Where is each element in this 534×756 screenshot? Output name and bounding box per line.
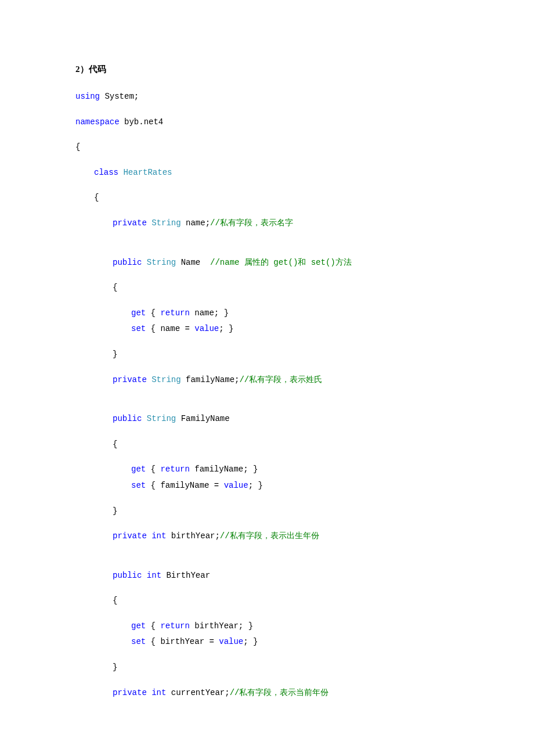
code-token: { xyxy=(94,193,99,202)
code-token: { xyxy=(113,440,117,449)
code-token xyxy=(147,218,151,228)
code-token: name; xyxy=(181,218,210,228)
code-token: //私有字段，表示名字 xyxy=(210,218,293,228)
code-line: } xyxy=(75,506,459,517)
code-line: public String FamilyName xyxy=(75,413,459,425)
code-token: } xyxy=(113,350,117,359)
code-line: private int currentYear;//私有字段，表示当前年份 xyxy=(75,687,459,699)
code-token: public xyxy=(113,414,142,423)
code-token: } xyxy=(113,506,117,516)
code-token: { xyxy=(113,283,117,292)
code-line: private int birthYear;//私有字段，表示出生年份 xyxy=(75,531,459,542)
section-heading: 2）代码 xyxy=(75,64,459,75)
code-token: //私有字段，表示姓氏 xyxy=(239,375,322,384)
code-line: namespace byb.net4 xyxy=(75,117,459,128)
code-line: public String Name //name 属性的 get()和 set… xyxy=(75,257,459,269)
code-line: set { name = value; } xyxy=(75,323,459,335)
code-token: public xyxy=(113,571,142,580)
code-line: public int BirthYear xyxy=(75,570,459,582)
code-token: { xyxy=(146,308,160,318)
code-token: //name 属性的 get()和 set()方法 xyxy=(210,258,352,267)
code-line: get { return familyName; } xyxy=(75,464,459,476)
code-token: value xyxy=(219,637,243,646)
code-token: familyName; } xyxy=(190,465,258,474)
code-token: int xyxy=(151,531,166,541)
code-token: ; } xyxy=(219,324,233,333)
code-token: get xyxy=(131,465,146,474)
code-line: get { return name; } xyxy=(75,308,459,319)
code-token: name; } xyxy=(190,308,229,318)
code-line: set { birthYear = value; } xyxy=(75,636,459,648)
code-token: Name xyxy=(176,258,210,267)
document-page: 2）代码 using System;namespace byb.net4{cla… xyxy=(0,0,534,756)
code-token: ; } xyxy=(243,637,258,646)
code-line: { xyxy=(75,142,459,153)
code-token: System; xyxy=(100,92,139,101)
code-token: { xyxy=(146,465,160,474)
code-line: { xyxy=(75,192,459,204)
code-line: using System; xyxy=(75,91,459,103)
code-token: { name = xyxy=(146,324,194,333)
code-token: { xyxy=(75,142,80,152)
code-line: { xyxy=(75,595,459,607)
code-line: private String name;//私有字段，表示名字 xyxy=(75,218,459,229)
code-token: int xyxy=(147,571,161,580)
code-token: private xyxy=(113,688,147,697)
code-token: get xyxy=(131,308,146,318)
code-token: int xyxy=(151,688,166,697)
code-token: return xyxy=(160,621,189,631)
code-token: set xyxy=(131,637,146,646)
code-line: } xyxy=(75,662,459,674)
code-token: ; } xyxy=(248,481,263,490)
code-token: namespace xyxy=(75,117,120,127)
code-token: currentYear; xyxy=(166,688,229,697)
code-token: } xyxy=(113,663,117,672)
code-token: { familyName = xyxy=(146,481,223,490)
code-token xyxy=(142,414,146,423)
code-token: return xyxy=(160,308,189,318)
code-token: private xyxy=(113,375,147,384)
code-token: { xyxy=(146,621,160,631)
code-token: using xyxy=(75,92,100,101)
code-token: byb.net4 xyxy=(120,117,164,127)
code-token: BirthYear xyxy=(161,571,210,580)
code-token: set xyxy=(131,324,146,333)
code-token: { birthYear = xyxy=(146,637,219,646)
code-token: familyName; xyxy=(181,375,240,384)
code-token: birthYear; xyxy=(166,531,219,541)
code-token: //私有字段，表示当前年份 xyxy=(230,688,329,697)
code-token: FamilyName xyxy=(176,414,229,423)
code-token: { xyxy=(113,596,117,605)
code-token: HeartRates xyxy=(123,168,172,177)
code-token: String xyxy=(151,218,181,228)
code-token: class xyxy=(94,168,118,177)
code-token: String xyxy=(147,414,176,423)
code-line: { xyxy=(75,282,459,294)
code-token: value xyxy=(194,324,219,333)
code-token xyxy=(147,688,151,697)
code-token xyxy=(142,258,146,267)
code-token: String xyxy=(151,375,181,384)
code-line: set { familyName = value; } xyxy=(75,480,459,492)
code-line: } xyxy=(75,349,459,361)
code-token: private xyxy=(113,218,147,228)
code-token xyxy=(142,571,146,580)
code-token: value xyxy=(224,481,248,490)
code-token xyxy=(147,375,151,384)
code-token xyxy=(147,531,151,541)
code-token: //私有字段，表示出生年份 xyxy=(220,531,319,541)
code-line: { xyxy=(75,439,459,451)
code-token: String xyxy=(147,258,176,267)
code-token: private xyxy=(113,531,147,541)
code-token: public xyxy=(113,258,142,267)
code-token: get xyxy=(131,621,146,631)
code-token: return xyxy=(160,465,189,474)
code-line: get { return birthYear; } xyxy=(75,621,459,632)
code-line: class HeartRates xyxy=(75,167,459,179)
code-token: birthYear; } xyxy=(190,621,253,631)
code-block: using System;namespace byb.net4{class He… xyxy=(75,91,459,699)
code-line: private String familyName;//私有字段，表示姓氏 xyxy=(75,375,459,386)
code-token: set xyxy=(131,481,146,490)
